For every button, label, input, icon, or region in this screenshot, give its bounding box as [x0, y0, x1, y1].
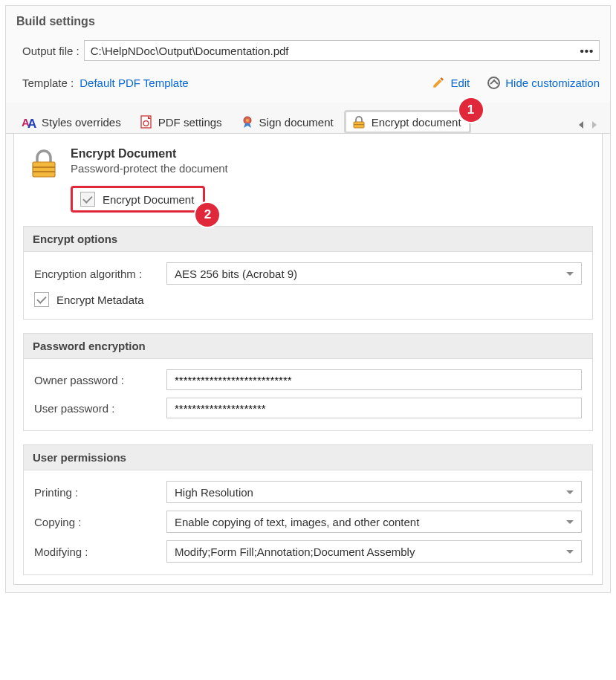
panel-title: Build settings [6, 6, 610, 37]
chevron-down-icon [566, 490, 574, 494]
template-link[interactable]: Default PDF Template [80, 77, 188, 89]
output-file-label: Output file : [22, 45, 80, 57]
tab-bar: AA Styles overrides PDF settings Sign do… [6, 103, 610, 134]
tab-label: PDF settings [158, 116, 222, 129]
hide-label: Hide customization [505, 77, 600, 89]
output-file-field-wrap: ••• [84, 40, 600, 61]
user-password-label: User password : [34, 402, 166, 415]
pencil-icon [432, 76, 445, 89]
edit-label: Edit [450, 77, 470, 89]
tab-encrypt-document[interactable]: Encrypt document 1 [344, 110, 471, 134]
template-label: Template : [22, 77, 74, 89]
tab-pdf-settings[interactable]: PDF settings [132, 109, 233, 134]
select-value: Enable copying of text, images, and othe… [175, 516, 419, 528]
tab-scroll-left[interactable] [579, 121, 583, 129]
encrypt-document-check-label: Encrypt Document [103, 193, 194, 206]
tab-scroll-right[interactable] [592, 121, 597, 129]
styles-icon: AA [22, 115, 36, 129]
printing-select[interactable]: High Resolution [166, 481, 582, 503]
tab-sign-document[interactable]: Sign document [233, 109, 344, 134]
encrypt-metadata-label: Encrypt Metadata [56, 294, 144, 306]
encryption-algorithm-label: Encryption algorithm : [34, 268, 166, 280]
encrypt-document-checkbox-wrap: Encrypt Document 2 [71, 186, 205, 213]
output-file-row: Output file : ••• [6, 37, 610, 71]
ribbon-icon [241, 115, 254, 129]
encrypt-subtitle: Password-protect the document [71, 162, 228, 175]
svg-rect-9 [33, 166, 55, 168]
password-encryption-section: Password encryption Owner password : Use… [23, 333, 593, 431]
tab-label: Encrypt document [372, 116, 461, 129]
tab-scroll-nav [579, 121, 603, 133]
owner-password-label: Owner password : [34, 374, 166, 386]
encrypt-metadata-checkbox[interactable] [34, 292, 49, 307]
section-title: User permissions [24, 445, 592, 470]
hide-customization-button[interactable]: Hide customization [487, 77, 600, 89]
section-title: Password encryption [24, 334, 592, 359]
output-file-input[interactable] [85, 43, 575, 59]
svg-rect-8 [33, 162, 55, 177]
svg-text:A: A [27, 117, 36, 129]
callout-2: 2 [195, 203, 219, 227]
pdf-icon [140, 115, 153, 129]
encrypt-document-checkbox[interactable] [80, 192, 95, 207]
chevron-up-icon [487, 77, 500, 89]
tab-styles-overrides[interactable]: AA Styles overrides [13, 109, 132, 134]
select-value: AES 256 bits (Acrobat 9) [175, 268, 297, 280]
lock-large-icon [27, 147, 60, 180]
select-value: High Resolution [175, 486, 253, 499]
copying-select[interactable]: Enable copying of text, images, and othe… [166, 511, 582, 533]
chevron-down-icon [566, 550, 574, 554]
svg-rect-10 [33, 171, 55, 172]
encrypt-title: Encrypt Document [71, 147, 228, 161]
template-row: Template : Default PDF Template Edit Hid… [6, 71, 610, 103]
encrypt-tab-body: Encrypt Document Password-protect the do… [13, 134, 603, 585]
tab-label: Styles overrides [42, 116, 121, 129]
browse-button[interactable]: ••• [575, 45, 599, 57]
encrypt-options-section: Encrypt options Encryption algorithm : A… [23, 226, 593, 320]
select-value: Modify;Form Fill;Annotation;Document Ass… [175, 545, 415, 558]
build-settings-panel: Build settings Output file : ••• Templat… [5, 5, 611, 593]
tab-label: Sign document [259, 116, 334, 129]
modifying-label: Modifying : [34, 545, 166, 558]
callout-1: 1 [459, 98, 483, 122]
svg-point-5 [246, 119, 249, 122]
chevron-down-icon [566, 520, 574, 524]
chevron-down-icon [566, 272, 574, 276]
copying-label: Copying : [34, 516, 166, 528]
owner-password-input[interactable] [166, 369, 582, 390]
printing-label: Printing : [34, 486, 166, 499]
edit-template-button[interactable]: Edit [432, 76, 470, 89]
section-title: Encrypt options [24, 227, 592, 252]
user-permissions-section: User permissions Printing : High Resolut… [23, 444, 593, 575]
user-password-input[interactable] [166, 398, 582, 418]
encrypt-header: Encrypt Document Password-protect the do… [23, 143, 593, 183]
lock-icon [351, 115, 366, 129]
svg-rect-7 [354, 124, 364, 125]
encryption-algorithm-select[interactable]: AES 256 bits (Acrobat 9) [166, 262, 582, 285]
modifying-select[interactable]: Modify;Form Fill;Annotation;Document Ass… [166, 540, 582, 563]
